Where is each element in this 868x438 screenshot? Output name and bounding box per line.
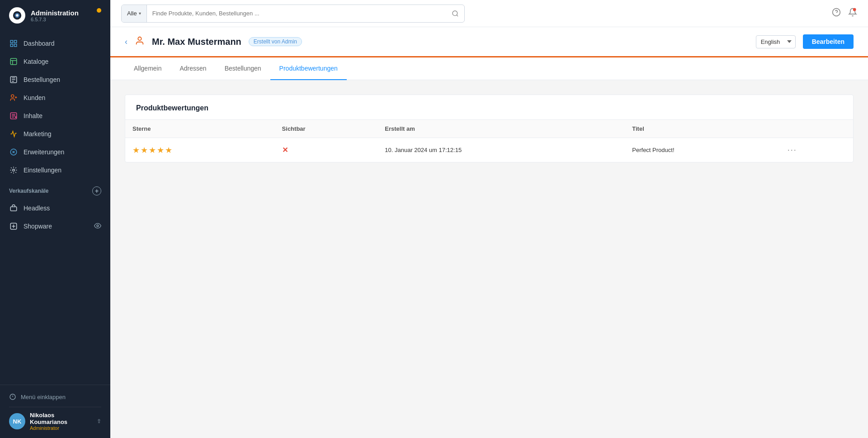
sales-channels-label: Verkaufskanäle xyxy=(9,188,48,194)
svg-rect-13 xyxy=(10,207,17,211)
tab-bestellungen[interactable]: Bestellungen xyxy=(216,57,270,80)
customer-icon xyxy=(135,36,145,48)
app-name: Administration xyxy=(31,9,79,17)
sidebar-item-label: Einstellungen xyxy=(24,167,61,174)
customers-icon xyxy=(9,93,18,102)
cell-title: Perfect Product! xyxy=(625,138,778,162)
table-row: ★★★★★ ✕ 10. Januar 2024 um 17:12:15 Perf… xyxy=(125,138,853,162)
svg-rect-6 xyxy=(10,58,17,65)
user-menu-chevron[interactable]: ⇧ xyxy=(97,418,101,424)
marketing-icon xyxy=(9,129,18,138)
visible-x-icon: ✕ xyxy=(282,146,288,154)
page-title: Mr. Max Mustermann xyxy=(152,37,241,47)
sidebar-item-label: Kunden xyxy=(24,94,45,101)
sidebar-item-kunden[interactable]: Kunden xyxy=(0,89,110,107)
sidebar-item-label: Erweiterungen xyxy=(24,148,64,156)
dashboard-icon xyxy=(9,39,18,48)
avatar: NK xyxy=(9,413,25,429)
cell-actions: ··· xyxy=(778,138,853,162)
user-profile: NK Nikolaos Koumarianos Administrator ⇧ xyxy=(9,407,101,433)
search-icon[interactable] xyxy=(446,10,464,17)
tab-produktbewertungen[interactable]: Produktbewertungen xyxy=(270,57,347,80)
tabs-bar: Allgemein Adressen Bestellungen Produktb… xyxy=(110,57,868,80)
app-title-group: Administration 6.5.7.3 xyxy=(31,9,79,22)
svg-point-15 xyxy=(97,225,99,227)
sidebar-item-dashboard[interactable]: Dashboard xyxy=(0,34,110,52)
sidebar-item-label: Bestellungen xyxy=(24,76,60,83)
sidebar-item-erweiterungen[interactable]: Erweiterungen xyxy=(0,143,110,161)
col-header-actions xyxy=(778,120,853,138)
svg-rect-10 xyxy=(15,117,16,118)
sidebar-header: Administration 6.5.7.3 xyxy=(0,0,110,31)
star-rating: ★★★★★ xyxy=(132,146,173,155)
content-icon xyxy=(9,111,18,120)
cell-created-at: 10. Januar 2024 um 17:12:15 xyxy=(377,138,625,162)
edit-button[interactable]: Bearbeiten xyxy=(803,34,854,49)
tab-adressen[interactable]: Adressen xyxy=(170,57,215,80)
reviews-card: Produktbewertungen Sterne Sichtbar Erste… xyxy=(125,95,854,162)
catalog-icon xyxy=(9,57,18,66)
orders-icon xyxy=(9,75,18,84)
sidebar-item-headless[interactable]: Headless xyxy=(0,199,110,217)
settings-icon xyxy=(9,166,18,175)
svg-point-8 xyxy=(11,95,14,97)
eye-icon[interactable] xyxy=(94,222,101,231)
sidebar-item-label: Marketing xyxy=(24,130,51,138)
col-header-sichtbar: Sichtbar xyxy=(275,120,378,138)
sidebar-item-marketing[interactable]: Marketing xyxy=(0,125,110,143)
sidebar-footer: Menü einklappen NK Nikolaos Koumarianos … xyxy=(0,385,110,438)
sidebar-item-shopware[interactable]: Shopware xyxy=(0,217,110,235)
svg-point-12 xyxy=(13,169,15,171)
search-wrapper: Alle ▾ xyxy=(121,5,465,23)
cell-stars: ★★★★★ xyxy=(125,138,275,162)
add-sales-channel-button[interactable]: + xyxy=(92,186,101,195)
shopware-icon xyxy=(9,222,18,231)
sales-channel-label: Headless xyxy=(24,205,50,212)
extensions-icon xyxy=(9,148,18,157)
sidebar-item-kataloge[interactable]: Kataloge xyxy=(0,52,110,71)
collapse-menu-button[interactable]: Menü einklappen xyxy=(9,390,101,403)
sales-channel-label: Shopware xyxy=(24,223,52,230)
created-badge: Erstellt von Admin xyxy=(249,37,302,46)
topbar-actions xyxy=(832,8,857,19)
topbar: Alle ▾ xyxy=(110,0,868,27)
sidebar-item-einstellungen[interactable]: Einstellungen xyxy=(0,161,110,179)
sidebar-item-inhalte[interactable]: Inhalte xyxy=(0,107,110,125)
row-more-button[interactable]: ··· xyxy=(786,144,799,156)
page-content: ‹ Mr. Max Mustermann Erstellt von Admin … xyxy=(110,27,868,438)
sidebar-item-label: Inhalte xyxy=(24,112,42,119)
collapse-label: Menü einklappen xyxy=(21,394,66,400)
svg-rect-2 xyxy=(10,40,13,43)
headless-icon xyxy=(9,204,18,213)
search-filter-button[interactable]: Alle ▾ xyxy=(122,5,147,22)
search-input[interactable] xyxy=(147,5,446,22)
language-select[interactable]: English Deutsch xyxy=(756,35,796,48)
user-role: Administrator xyxy=(30,425,92,431)
notifications-icon[interactable] xyxy=(848,8,857,19)
app-version: 6.5.7.3 xyxy=(31,17,79,22)
svg-point-20 xyxy=(138,37,141,40)
sidebar-nav: Dashboard Kataloge Bestellungen xyxy=(0,31,110,385)
sales-channels-section: Verkaufskanäle + xyxy=(0,179,110,199)
col-header-erstellt-am: Erstellt am xyxy=(377,120,625,138)
chevron-down-icon: ▾ xyxy=(139,11,141,16)
content-area: Produktbewertungen Sterne Sichtbar Erste… xyxy=(110,80,868,438)
sidebar-item-label: Kataloge xyxy=(24,58,48,65)
user-info: Nikolaos Koumarianos Administrator xyxy=(30,412,92,431)
sidebar-item-label: Dashboard xyxy=(24,40,55,47)
col-header-sterne: Sterne xyxy=(125,120,275,138)
svg-point-1 xyxy=(16,14,19,17)
main-area: Alle ▾ xyxy=(110,0,868,438)
svg-rect-3 xyxy=(14,40,17,43)
svg-point-17 xyxy=(453,11,458,16)
tab-allgemein[interactable]: Allgemein xyxy=(125,57,170,80)
help-icon[interactable] xyxy=(832,8,841,19)
col-header-titel: Titel xyxy=(625,120,778,138)
svg-rect-5 xyxy=(14,44,17,47)
svg-point-19 xyxy=(853,8,856,11)
sidebar-item-bestellungen[interactable]: Bestellungen xyxy=(0,71,110,89)
svg-rect-4 xyxy=(10,44,13,47)
sidebar: Administration 6.5.7.3 Dashboard Katalog… xyxy=(0,0,110,438)
back-button[interactable]: ‹ xyxy=(125,37,127,47)
app-logo xyxy=(9,7,25,24)
